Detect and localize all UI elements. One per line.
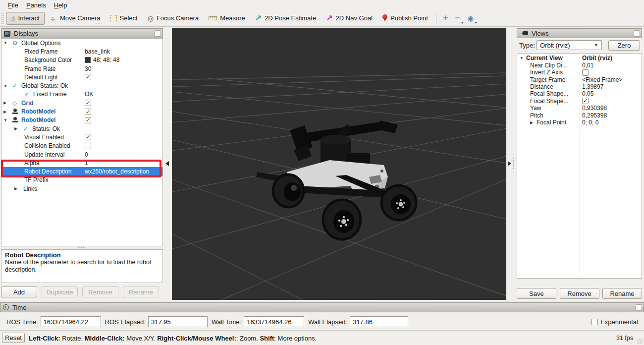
display-name: Grid — [21, 100, 34, 107]
rename-display-button[interactable]: Rename — [123, 287, 159, 297]
expand-arrow-icon[interactable]: ▶ — [14, 186, 23, 191]
checkbox[interactable]: ✓ — [85, 117, 91, 123]
expand-arrow-icon[interactable]: ▼ — [3, 84, 12, 88]
reset-button[interactable]: Reset — [2, 333, 25, 343]
save-view-button[interactable]: Save — [517, 288, 556, 299]
visibility-dropdown-icon[interactable]: ▾ — [475, 21, 477, 25]
views-panel-title: Views — [532, 30, 548, 37]
rename-view-button[interactable]: Rename — [602, 288, 642, 299]
expand-arrow-icon[interactable]: ▶ — [14, 126, 23, 131]
column-separator[interactable] — [580, 54, 580, 278]
interact-tool-button[interactable]: ☝ Interact — [6, 12, 45, 25]
time-panel-header[interactable]: Time — [0, 302, 644, 312]
ros-elapsed-input[interactable] — [148, 316, 208, 327]
add-tool-button[interactable]: + — [439, 12, 452, 25]
remove-view-button[interactable]: Remove — [560, 288, 599, 299]
property-value[interactable]: 30 — [82, 65, 162, 72]
hand-icon: ☝ — [11, 14, 15, 22]
checkbox[interactable]: ✓ — [85, 134, 91, 140]
wall-elapsed-input[interactable] — [350, 316, 408, 327]
checkbox[interactable] — [85, 143, 91, 149]
property-value[interactable]: <Fixed Frame> — [580, 76, 642, 83]
menu-bar: File Panels Help — [0, 0, 644, 10]
menu-file[interactable]: File — [4, 1, 22, 9]
wall-time-input[interactable] — [244, 316, 304, 327]
property-name: Invert Z Axis — [530, 69, 563, 76]
property-value[interactable]: 0; 0; 0 — [580, 119, 642, 126]
main-area: Displays ▼⚙Global Options Fixed Frame ba… — [0, 27, 644, 300]
grid-icon: ◇ — [12, 100, 21, 107]
property-value[interactable]: 0,05 — [580, 90, 642, 97]
mouse-help-text: Left-Click: Rotate. Middle-Click: Move X… — [29, 335, 317, 342]
property-value[interactable]: 0,295398 — [580, 112, 642, 119]
property-name: Collision Enabled — [24, 142, 70, 149]
property-value[interactable]: wx250/robot_description — [82, 168, 162, 175]
help-text: Move X/Y. — [125, 335, 158, 342]
add-display-button[interactable]: Add — [1, 287, 37, 297]
move-camera-tool-button[interactable]: Move Camera — [45, 12, 106, 25]
property-value[interactable]: 1,39897 — [580, 83, 642, 90]
property-value[interactable]: 1 — [82, 160, 162, 167]
column-separator[interactable] — [82, 39, 82, 245]
property-value[interactable]: base_link — [82, 48, 162, 55]
zero-view-button[interactable]: Zero — [608, 40, 640, 51]
toolbar: ☝ Interact Move Camera Select ◎ Focus Ca… — [0, 10, 644, 27]
property-value: Orbit (rviz) — [580, 55, 642, 61]
expand-arrow-icon[interactable]: ▼ — [3, 41, 12, 45]
collapse-right-panel-arrow[interactable] — [508, 161, 511, 166]
menu-help[interactable]: Help — [50, 1, 71, 9]
experimental-checkbox[interactable] — [591, 319, 598, 325]
experimental-toggle[interactable]: Experimental — [591, 318, 638, 326]
nav-goal-tool-button[interactable]: ↗ 2D Nav Goal — [321, 12, 377, 25]
color-swatch[interactable] — [85, 57, 91, 63]
displays-tree[interactable]: ▼⚙Global Options Fixed Frame base_link B… — [1, 38, 163, 246]
help-text: : More options. — [274, 335, 317, 342]
tool-label: Select — [120, 14, 138, 22]
property-name: Yaw — [530, 105, 541, 112]
checkbox[interactable]: ✓ — [582, 98, 589, 104]
property-name: Alpha — [24, 160, 40, 167]
checkbox[interactable]: ✓ — [85, 100, 91, 106]
remove-tool-dropdown-icon[interactable]: ▾ — [461, 21, 463, 25]
select-tool-button[interactable]: Select — [106, 12, 143, 25]
displays-panel-header[interactable]: Displays — [1, 28, 163, 38]
expand-arrow-icon[interactable]: ▼ — [520, 56, 526, 60]
measure-tool-button[interactable]: Measure — [204, 12, 250, 25]
focus-camera-tool-button[interactable]: ◎ Focus Camera — [143, 12, 204, 25]
expand-arrow-icon[interactable]: ▶ — [530, 120, 537, 125]
checkbox[interactable]: ✓ — [85, 109, 91, 115]
views-tree[interactable]: ▼Current View Orbit (rviz) Near Clip Di.… — [517, 53, 642, 279]
expand-arrow-icon[interactable]: ▼ — [3, 118, 12, 122]
views-panel-header[interactable]: Views — [517, 28, 642, 38]
expand-arrow-icon[interactable]: ▶ — [3, 110, 12, 114]
checkbox[interactable]: ✓ — [85, 74, 91, 80]
expand-arrow-icon[interactable]: ▶ — [3, 101, 12, 105]
property-name: Focal Shape... — [530, 98, 568, 105]
chevron-down-icon: ▼ — [594, 43, 598, 48]
property-value[interactable]: 0 — [82, 151, 162, 158]
window-resize-grip[interactable] — [637, 338, 643, 344]
property-value[interactable]: 0,01 — [580, 62, 642, 69]
property-value[interactable]: 48; 48; 48 — [93, 57, 119, 63]
displays-panel-close-button[interactable] — [155, 30, 161, 37]
duplicate-display-button[interactable]: Duplicate — [42, 287, 78, 297]
right-splitter-grip[interactable] — [513, 157, 515, 170]
publish-point-tool-button[interactable]: Publish Point — [377, 12, 433, 25]
3d-viewport[interactable] — [172, 28, 506, 300]
property-name: Frame Rate — [24, 65, 55, 72]
ros-time-input[interactable] — [41, 316, 101, 327]
displays-panel-title: Displays — [14, 30, 38, 37]
collapse-left-panel-arrow[interactable] — [165, 161, 169, 166]
remove-display-button[interactable]: Remove — [82, 287, 118, 297]
ruler-icon — [209, 16, 217, 20]
checkbox[interactable] — [582, 69, 589, 76]
property-value[interactable]: 0,930398 — [580, 105, 642, 112]
pose-estimate-tool-button[interactable]: ↗ 2D Pose Estimate — [250, 12, 321, 25]
view-type-dropdown[interactable]: Orbit (rviz) ▼ — [537, 40, 602, 50]
clock-icon — [3, 304, 9, 310]
time-panel: Time ROS Time: ROS Elapsed: Wall Time: W… — [0, 300, 644, 330]
time-panel-close-button[interactable] — [636, 304, 642, 311]
menu-panels[interactable]: Panels — [22, 1, 50, 9]
views-panel-close-button[interactable] — [634, 30, 640, 37]
toolbar-grip[interactable] — [1, 12, 4, 24]
